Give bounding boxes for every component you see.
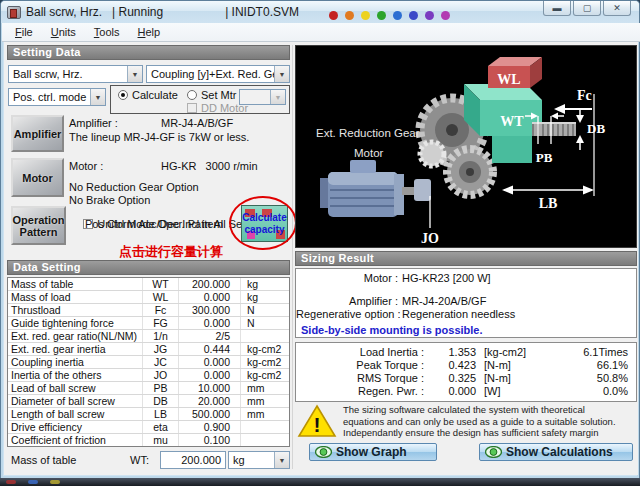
diagram-jo-label: JO <box>421 231 439 246</box>
param-symbol: JC <box>143 356 179 368</box>
diagram-db-label: DB <box>587 121 605 136</box>
titlebar[interactable]: Ball scrw, Hrz. | Running | INIDT0.SVM ▬… <box>1 1 639 23</box>
param-value: 0.100 <box>179 434 241 447</box>
metric-row: Load Inertia : 1.353 [kg-cm2] 6.1Times <box>296 346 636 359</box>
table-row[interactable]: Drive efficiency eta 0.900 <box>8 421 289 434</box>
show-graph-button[interactable]: Show Graph <box>309 443 437 461</box>
calculate-capacity-button[interactable]: Calculate capacity <box>241 205 288 242</box>
param-unit <box>241 434 289 447</box>
panel-divider <box>292 45 293 469</box>
table-row[interactable]: Coefficient of friction mu 0.100 <box>8 434 289 447</box>
diagram-wt-label: WT <box>500 114 524 129</box>
param-unit: kg-cm2 <box>241 356 289 368</box>
annotation-text-cn: 点击进行容量计算 <box>119 243 223 261</box>
param-value: 0.000 <box>179 317 241 329</box>
table-row[interactable]: Thrustload Fc 300.000 N <box>8 304 289 317</box>
edit-row: Mass of table WT: 200.000 kg ▼ <box>7 450 290 470</box>
result-regen-value: Regeneration needless <box>398 308 515 321</box>
table-row[interactable]: Coupling inertia JC 0.000 kg-cm2 <box>8 356 289 369</box>
param-symbol: 1/n <box>143 330 179 342</box>
chevron-down-icon[interactable]: ▼ <box>127 66 142 82</box>
sizing-result-header: Sizing Result <box>295 251 637 266</box>
data-setting-header: Data Setting <box>7 260 290 275</box>
diagram-wl-label: WL <box>497 72 520 87</box>
table-row[interactable]: Length of ball screw LB 500.000 mm <box>8 408 289 421</box>
param-value: 0.900 <box>179 421 241 433</box>
param-label: Ext. red. gear inertia <box>8 343 143 355</box>
diagram-pb-label: PB <box>536 150 553 165</box>
metric-label: Regen. Pwr. : <box>296 385 424 398</box>
window-title-file: | INIDT0.SVM <box>225 5 299 19</box>
diagram-svg: WL WT Fc DB PB LB JO Ext. Reduction Gear… <box>296 46 636 247</box>
taskbar-sliver <box>0 478 640 486</box>
table-row[interactable]: Inertia of the others JO 0.000 kg-cm2 <box>8 369 289 382</box>
eye-icon <box>315 446 332 458</box>
menu-item[interactable]: Units <box>42 24 85 40</box>
calc-mode-groupbox: Calculate Set Mtr DD Motor ▼ <box>110 85 290 114</box>
motor-button[interactable]: Motor <box>11 158 64 197</box>
metric-value: 0.000 <box>424 385 476 398</box>
chevron-down-icon[interactable]: ▼ <box>90 89 105 105</box>
param-symbol: WT <box>143 278 179 290</box>
param-label: Diameter of ball screw <box>8 395 143 407</box>
param-value: 2/5 <box>179 330 241 342</box>
param-symbol: JO <box>143 369 179 381</box>
edit-row-label: Mass of table <box>7 454 130 466</box>
menu-item[interactable]: Tools <box>85 24 129 40</box>
minimize-button[interactable]: ▬ <box>543 1 571 16</box>
setting-data-header: Setting Data <box>7 45 290 60</box>
table-row[interactable]: Mass of load WL 0.000 kg <box>8 291 289 304</box>
chevron-down-icon[interactable]: ▼ <box>274 66 289 82</box>
calculate-radio[interactable]: Calculate <box>118 89 178 101</box>
set-mtr-radio[interactable]: Set Mtr <box>187 89 236 101</box>
metric-unit: [W] <box>476 385 552 398</box>
metric-label: Load Inertia : <box>296 346 424 359</box>
result-amplifier-label: Amplifier : <box>296 295 398 308</box>
table-row[interactable]: Ext. red. gear ratio(NL/NM) 1/n 2/5 <box>8 330 289 343</box>
metric-unit: [N-m] <box>476 359 552 372</box>
warning-text: The sizing software calculated the syste… <box>337 403 616 443</box>
metric-ratio: 0.0% <box>552 385 636 398</box>
mechanism-diagram: WL WT Fc DB PB LB JO Ext. Reduction Gear… <box>295 45 637 248</box>
param-label: Coupling inertia <box>8 356 143 368</box>
diagram-fc-label: Fc <box>577 88 592 103</box>
operation-pattern-button[interactable]: Operation Pattern <box>11 206 66 245</box>
table-row[interactable]: Lead of ball screw PB 10.000 mm <box>8 382 289 395</box>
menu-item[interactable]: Help <box>129 24 170 40</box>
maximize-button[interactable]: ▢ <box>573 1 601 16</box>
mass-of-table-input[interactable]: 200.000 <box>160 451 226 469</box>
param-label: Mass of table <box>8 278 143 290</box>
metric-ratio: 66.1% <box>552 359 636 372</box>
table-row[interactable]: Ext. red. gear inertia JG 0.444 kg-cm2 <box>8 343 289 356</box>
param-label: Thrustload <box>8 304 143 316</box>
menu-item[interactable]: File <box>6 24 42 40</box>
menu-bar: FileUnitsToolsHelp <box>2 23 640 42</box>
param-value: 500.000 <box>179 408 241 420</box>
unit-select[interactable]: kg ▼ <box>228 451 290 469</box>
show-calculations-button[interactable]: Show Calculations <box>479 443 633 461</box>
amplifier-button[interactable]: Amplifier <box>11 115 64 152</box>
mechanism-select[interactable]: Ball scrw, Hrz. ▼ <box>8 65 143 83</box>
coupling-select[interactable]: Coupling [y]+Ext. Red. Gear [y] ▼ <box>146 65 290 83</box>
motor-series-select: ▼ <box>239 89 286 105</box>
param-unit <box>241 330 289 342</box>
param-label: Length of ball screw <box>8 408 143 420</box>
uniform-accdec-checkbox-line2: Pos Ctrl Mode Oper. Pattern <box>85 218 223 230</box>
table-row[interactable]: Guide tightening force FG 0.000 N <box>8 317 289 330</box>
diagram-lb-label: LB <box>539 196 558 211</box>
chevron-down-icon[interactable]: ▼ <box>274 452 289 468</box>
param-symbol: JG <box>143 343 179 355</box>
reduction-gear-note: No Reduction Gear Option <box>69 181 199 193</box>
param-unit: kg <box>241 291 289 303</box>
amplifier-note: The lineup MR-J4-GF is 7kW or less. <box>69 131 249 143</box>
warning-text-line: Independantly ensure the design has suff… <box>343 427 616 439</box>
result-motor-label: Motor : <box>296 272 398 285</box>
warning-text-line: equations and can only be used as a guid… <box>343 416 616 428</box>
table-row[interactable]: Diameter of ball screw DB 20.000 mm <box>8 395 289 408</box>
param-symbol: PB <box>143 382 179 394</box>
close-button[interactable]: ✕ <box>603 1 631 16</box>
metric-unit: [kg-cm2] <box>476 346 552 359</box>
control-mode-select[interactable]: Pos. ctrl. mode ▼ <box>8 88 106 106</box>
param-value: 0.000 <box>179 369 241 381</box>
table-row[interactable]: Mass of table WT 200.000 kg <box>8 278 289 291</box>
